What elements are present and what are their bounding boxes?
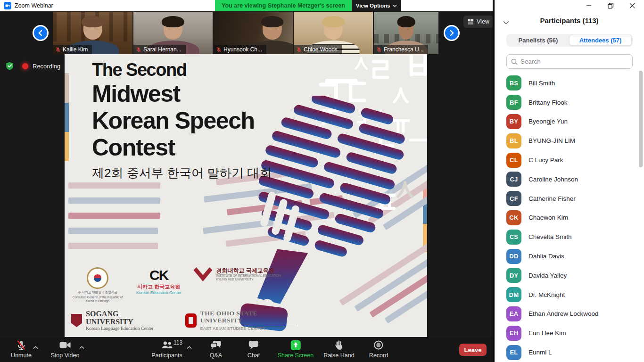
logo-korean-education-center: CK 시카고 한국교육원 Korean Education Center [136,267,181,296]
participants-panel: Participants (113) Panelists (56) Attend… [493,0,644,362]
logo-ohio-state: THE OHIO STATE UNIVERSITY EAST ASIAN STU… [185,310,297,331]
zoom-app-icon [4,2,11,9]
prev-videos-button[interactable] [33,25,49,41]
minimize-button[interactable] [584,1,594,10]
poster-title-block: The Second Midwest Korean Speech Contest… [92,59,272,181]
share-screen-button[interactable]: Share Screen [278,339,314,359]
qa-button[interactable]: Q&A [210,339,222,359]
attendee-row[interactable]: DDDahlia Davis [495,247,644,266]
view-options-button[interactable]: View Options [352,0,401,11]
close-button[interactable] [627,1,637,10]
avatar: DM [506,287,521,302]
korean-letter-ㄹ [369,58,392,82]
video-tile[interactable]: Chloe Woods [294,12,373,54]
mic-muted-icon [376,47,382,52]
attendee-row[interactable]: ELEunmi L [495,343,644,362]
unmute-button[interactable]: Unmute [11,339,32,359]
view-layout-button[interactable]: View [463,16,494,28]
participant-video [324,18,343,40]
raise-hand-label: Raise Hand [323,352,354,359]
chevron-down-icon [393,4,397,7]
share-screen-label: Share Screen [278,352,314,359]
attendee-row[interactable]: CFCatherine Fisher [495,189,644,208]
search-input[interactable] [520,58,628,65]
shared-screen-poster: The Second Midwest Korean Speech Contest… [65,54,427,337]
recording-label: Recording [33,63,60,70]
attendee-row[interactable]: BFBrittany Flook [495,93,644,112]
sogang-sub: Korean Language Education Center [86,326,165,331]
ck-kr-label: 시카고 한국교육원 [137,284,180,290]
participants-options-caret[interactable] [187,343,192,351]
attendee-row[interactable]: CJCaroline Johnson [495,170,644,189]
kyunghee-en-label: INSTITUTE OF INTERNATIONAL EDUCATION [216,274,281,278]
participant-video [263,18,281,40]
video-options-caret[interactable] [79,343,84,351]
restore-button[interactable] [606,1,615,10]
tab-panelists[interactable]: Panelists (56) [507,35,569,46]
poster-subtitle-korean: 제2회 중서부 한국어 말하기 대회 [92,165,272,181]
attendee-row[interactable]: DMDr. McKnight [495,285,644,304]
participants-count-badge: 113 [173,339,182,346]
stop-video-label: Stop Video [51,352,80,359]
mic-muted-icon [216,47,222,52]
avatar: DD [506,249,521,264]
raise-hand-icon [334,340,344,350]
video-tile[interactable]: Hyunsook Ch... [214,12,293,54]
chevron-right-icon [448,30,455,36]
attendee-row[interactable]: EHEun Hee Kim [495,323,644,343]
attendee-name: Chevelta Smith [528,233,572,240]
ck-mark: CK [149,267,168,283]
chat-label: Chat [248,352,260,359]
attendee-name: Ethan Andrew Lockwood [528,310,599,317]
view-button-label: View [477,18,489,25]
logo-consulate: 주 시카고 대한민국 총영사관 Consulate General of the… [71,267,124,303]
audio-options-caret[interactable] [33,343,38,351]
qa-bubbles-icon [210,340,222,350]
attendee-name: Caroline Johnson [528,176,578,183]
scrollbar-thumb[interactable] [639,71,643,167]
avatar: CK [506,210,521,225]
meeting-toolbar: Unmute Stop Video 113 Participants Q&A C… [0,337,493,362]
attendee-row[interactable]: BSBill Smith [495,74,644,93]
record-button[interactable]: Record [369,339,388,359]
security-shield-icon[interactable] [6,62,14,70]
next-videos-button[interactable] [444,25,460,41]
video-tile[interactable]: Sarai Hernan... [133,12,213,54]
attendee-row[interactable]: DYDavida Yalley [495,266,644,285]
view-options-label: View Options [356,3,390,8]
attendee-row[interactable]: CLC Lucy Park [495,150,644,170]
avatar: BS [506,75,521,90]
search-box[interactable] [506,54,633,69]
participants-button[interactable]: 113 Participants [151,339,182,359]
chat-button[interactable]: Chat [248,339,260,359]
share-screen-icon [290,340,301,351]
korean-letter-ㅅ [353,55,369,71]
stop-video-button[interactable]: Stop Video [51,339,80,359]
osu-name: THE OHIO STATE UNIVERSITY [200,310,297,325]
sogang-shield-icon [71,314,82,327]
poster-title-line: Midwest [92,81,272,107]
attendee-row[interactable]: CSChevelta Smith [495,227,644,247]
participants-tabs: Panelists (56) Attendees (57) [506,34,633,47]
poster-title-line: The Second [92,59,272,81]
video-tile[interactable]: Kallie Kim [53,12,132,54]
mic-muted-icon [55,47,61,52]
avatar: BY [506,114,521,129]
avatar: EH [506,326,521,341]
logo-kyunghee: 경희대학교 국제교육원 INSTITUTE OF INTERNATIONAL E… [193,267,281,281]
tab-attendees[interactable]: Attendees (57) [569,35,632,46]
consulate-en-label: Consulate General of the Republic of Kor… [71,296,124,303]
leave-button[interactable]: Leave [459,344,487,356]
raise-hand-button[interactable]: Raise Hand [323,339,354,359]
attendee-name: Chaewon Kim [528,214,568,221]
attendee-name: Catherine Fisher [528,195,576,202]
attendee-row[interactable]: EAEthan Andrew Lockwood [495,304,644,324]
attendee-row[interactable]: CKChaewon Kim [495,208,644,228]
attendee-name: C Lucy Park [528,156,563,164]
chevron-left-icon [37,30,44,36]
attendee-row[interactable]: BYByeongje Yun [495,112,644,132]
sogang-name: SOGANG UNIVERSITY [86,310,165,326]
video-tile[interactable]: Franchesca U... [374,12,438,54]
poster-edge-bar [65,132,69,161]
attendee-row[interactable]: BLBYUNG-JIN LIM [495,131,644,150]
